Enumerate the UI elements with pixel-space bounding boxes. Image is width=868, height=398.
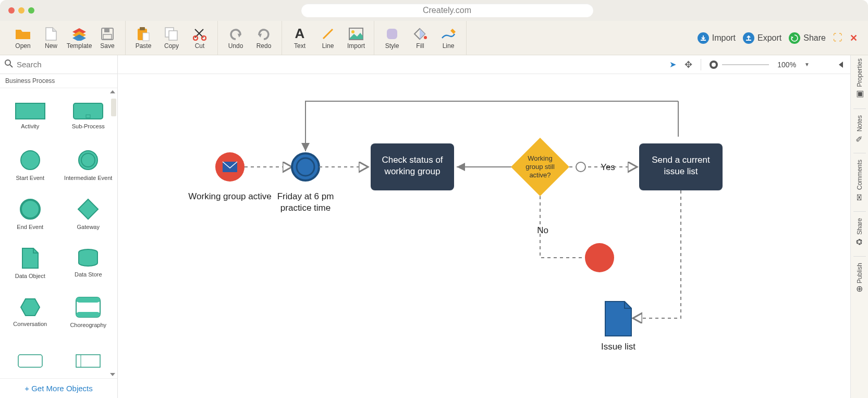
import-button[interactable]: Import <box>698 32 736 44</box>
shape-activity[interactable]: Activity <box>1 92 59 139</box>
shape-data-object[interactable]: Data Object <box>1 239 59 286</box>
svg-rect-2 <box>103 34 112 39</box>
share-icon: ♻ <box>854 237 864 247</box>
pointer-icon[interactable]: ➤ <box>669 59 676 69</box>
svg-point-8 <box>193 36 198 40</box>
export-button[interactable]: Export <box>743 32 781 44</box>
pan-icon[interactable]: ✥ <box>684 59 692 70</box>
open-button[interactable]: Open <box>9 23 36 53</box>
shape-palette: ◢ Business Process Activity Sub-Process … <box>0 55 118 398</box>
svg-point-14 <box>424 36 427 39</box>
redo-button[interactable]: Redo <box>250 23 277 53</box>
share-button[interactable]: Share <box>789 32 826 44</box>
template-button[interactable]: Template <box>66 23 93 53</box>
svg-rect-28 <box>18 355 42 367</box>
import-image-button[interactable]: Import <box>343 23 370 53</box>
tab-properties[interactable]: ▣Properties <box>854 55 864 105</box>
upload-icon <box>743 32 754 44</box>
node-timer-label-2: practice time <box>280 203 331 213</box>
svg-rect-13 <box>387 29 397 39</box>
new-button[interactable]: New <box>38 23 65 53</box>
folder-icon <box>15 27 31 41</box>
properties-icon: ▣ <box>854 89 864 99</box>
recycle-icon <box>789 32 800 44</box>
tab-notes[interactable]: ✎Notes <box>854 112 864 150</box>
redo-icon <box>257 27 271 41</box>
svg-rect-5 <box>143 33 149 41</box>
shape-conversation[interactable]: Conversation <box>1 288 59 335</box>
style-icon <box>386 27 398 41</box>
svg-point-12 <box>351 30 354 33</box>
svg-rect-27 <box>76 312 100 317</box>
zoom-track[interactable] <box>722 64 769 65</box>
scroll-up-icon[interactable] <box>110 90 115 93</box>
svg-rect-17 <box>16 103 45 119</box>
copy-button[interactable]: Copy <box>158 23 185 53</box>
paste-icon <box>137 27 150 41</box>
right-sidebar: ▣Properties ✎Notes ✉Comments ♻Share ⊕Pub… <box>850 55 868 398</box>
node-data-object[interactable] <box>605 301 631 336</box>
svg-text:working group: working group <box>384 166 441 176</box>
canvas[interactable]: ➤ ✥ 100% ▼ Working group active <box>118 55 850 398</box>
line-style-button[interactable]: Line <box>435 23 462 53</box>
node-start-label-1: Working group active <box>188 191 271 201</box>
svg-rect-1 <box>104 28 109 32</box>
cut-button[interactable]: Cut <box>186 23 213 53</box>
scroll-thumb[interactable] <box>111 99 116 116</box>
fill-button[interactable]: Fill <box>407 23 434 53</box>
svg-rect-18 <box>74 103 103 119</box>
svg-text:Check status of: Check status of <box>382 155 443 165</box>
zoom-control[interactable] <box>710 61 769 69</box>
undo-button[interactable]: Undo <box>222 23 249 53</box>
tab-comments[interactable]: ✉Comments <box>854 156 864 208</box>
svg-text:active?: active? <box>529 171 551 179</box>
svg-rect-26 <box>76 297 100 303</box>
tab-share[interactable]: ♻Share <box>854 215 864 253</box>
shape-end-event[interactable]: End Event <box>1 190 59 237</box>
copy-icon <box>165 27 178 41</box>
text-button[interactable]: A Text <box>286 23 313 53</box>
minimize-window-icon[interactable] <box>18 7 25 14</box>
svg-point-23 <box>21 200 40 219</box>
paste-button[interactable]: Paste <box>130 23 157 53</box>
svg-rect-7 <box>169 31 177 40</box>
save-icon <box>101 27 114 41</box>
palette-category: Business Process <box>0 74 117 88</box>
palette-scrollbar[interactable] <box>109 89 116 377</box>
url-text: Creately.com <box>423 6 471 15</box>
pencil-icon <box>441 27 456 41</box>
publish-icon: ⊕ <box>856 284 863 294</box>
close-icon[interactable]: ✕ <box>850 32 858 44</box>
intermediate-event-icon <box>576 162 585 172</box>
maximize-window-icon[interactable] <box>28 7 34 14</box>
yes-label: Yes <box>601 162 615 172</box>
get-more-objects-link[interactable]: + Get More Objects <box>0 378 117 398</box>
svg-point-20 <box>21 151 40 170</box>
collapse-right-icon[interactable] <box>839 62 843 68</box>
main-toolbar: Open New Template Save Paste Copy Cut <box>0 21 868 55</box>
template-icon <box>71 27 87 41</box>
line-icon <box>321 27 335 41</box>
presentation-icon[interactable]: ⛶ <box>833 32 842 43</box>
scroll-down-icon[interactable] <box>110 373 115 376</box>
node-end-event[interactable] <box>585 243 614 272</box>
line-tool-button[interactable]: Line <box>314 23 341 53</box>
chevron-down-icon[interactable]: ▼ <box>804 62 810 67</box>
url-bar[interactable]: Creately.com <box>301 4 593 17</box>
shape-extra-1[interactable] <box>1 337 59 378</box>
tab-publish[interactable]: ⊕Publish <box>854 260 864 298</box>
new-file-icon <box>45 27 57 41</box>
svg-point-15 <box>5 60 10 65</box>
titlebar: Creately.com <box>0 0 868 21</box>
save-button[interactable]: Save <box>94 23 121 53</box>
search-input[interactable] <box>17 60 116 69</box>
zoom-handle-icon[interactable] <box>710 61 718 69</box>
divider <box>701 59 701 70</box>
svg-text:Send a current: Send a current <box>652 155 710 165</box>
style-button[interactable]: Style <box>378 23 406 53</box>
shape-start-event[interactable]: Start Event <box>1 141 59 188</box>
download-icon <box>698 32 709 44</box>
issue-list-label: Issue list <box>601 342 635 352</box>
notes-icon: ✎ <box>854 134 864 143</box>
close-window-icon[interactable] <box>8 7 15 14</box>
